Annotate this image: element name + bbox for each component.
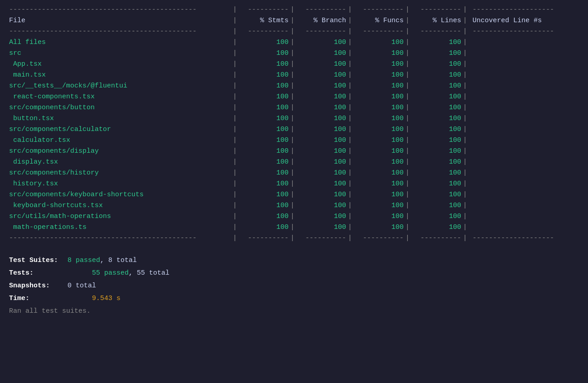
value-cell: 100 <box>354 124 404 135</box>
value-cell: 100 <box>296 81 346 92</box>
pipe-2-hdr: | <box>289 15 296 26</box>
snapshots-value: 0 total <box>67 281 96 291</box>
header-row: File | % Stmts | % Branch | % Funcs | % … <box>9 15 579 26</box>
ran-all-text: Ran all test suites. <box>9 306 579 317</box>
pipe-cell: | <box>289 222 296 233</box>
pipe-cell: | <box>231 70 239 81</box>
pipe-cell: | <box>346 146 354 157</box>
pipe-cell: | <box>404 70 411 81</box>
pipe-cell: | <box>289 113 296 124</box>
value-cell: 100 <box>411 211 461 222</box>
pipe-cell: | <box>404 92 411 102</box>
pipe-cell: | <box>404 81 411 92</box>
pipe-5-cell: | <box>461 48 469 59</box>
table-row: src/components/calculator|100|100|100|10… <box>9 124 579 135</box>
value-cell: 100 <box>354 135 404 146</box>
pipe-5-cell: | <box>461 179 469 189</box>
value-cell: 100 <box>239 37 289 48</box>
dash-uncov-top: -------------------- <box>469 5 559 15</box>
table-row: src|100|100|100|100| <box>9 48 579 59</box>
table-row: src/utils/math-operations|100|100|100|10… <box>9 211 579 222</box>
pipe-3-hdr: | <box>346 15 354 26</box>
value-cell: 100 <box>239 59 289 70</box>
tests-total: , 55 total <box>129 268 169 279</box>
value-cell: 100 <box>354 157 404 168</box>
pipe-cell: | <box>346 59 354 70</box>
value-cell: 100 <box>354 211 404 222</box>
pipe-cell: | <box>346 92 354 102</box>
summary-snapshots: Snapshots: 0 total <box>9 281 579 291</box>
table-row: src/components/button|100|100|100|100| <box>9 102 579 113</box>
value-cell: 100 <box>296 48 346 59</box>
data-rows-container: All files|100|100|100|100|src|100|100|10… <box>9 37 579 233</box>
header-lines: % Lines <box>411 15 461 26</box>
pipe-cell: | <box>231 146 239 157</box>
pipe-5-cell: | <box>461 200 469 211</box>
pipe-3-top: | <box>346 5 354 15</box>
table-row: main.tsx|100|100|100|100| <box>9 70 579 81</box>
value-cell: 100 <box>354 48 404 59</box>
pipe-cell: | <box>346 37 354 48</box>
value-cell: 100 <box>239 113 289 124</box>
value-cell: 100 <box>239 157 289 168</box>
tests-passed: 55 passed <box>92 268 129 279</box>
pipe-5-cell: | <box>461 189 469 200</box>
pipe-cell: | <box>231 81 239 92</box>
pipe-5-bot: | <box>461 233 469 244</box>
pipe-cell: | <box>289 189 296 200</box>
value-cell: 100 <box>354 200 404 211</box>
pipe-cell: | <box>289 146 296 157</box>
value-cell: 100 <box>354 113 404 124</box>
table-row: react-components.tsx|100|100|100|100| <box>9 92 579 102</box>
value-cell: 100 <box>411 92 461 102</box>
value-cell: 100 <box>411 70 461 81</box>
summary-time: Time: 9.543 s <box>9 293 579 304</box>
pipe-cell: | <box>404 168 411 179</box>
value-cell: 100 <box>296 200 346 211</box>
pipe-cell: | <box>231 211 239 222</box>
pipe-cell: | <box>289 48 296 59</box>
pipe-5-cell: | <box>461 146 469 157</box>
dash-funcs-sub: ---------- <box>354 26 404 37</box>
dash-stmts-sub: ---------- <box>239 26 289 37</box>
pipe-cell: | <box>346 124 354 135</box>
table-row: src/components/history|100|100|100|100| <box>9 168 579 179</box>
time-value: 9.543 s <box>92 293 120 304</box>
value-cell: 100 <box>296 211 346 222</box>
pipe-cell: | <box>231 222 239 233</box>
dash-lines-sub: ---------- <box>411 26 461 37</box>
pipe-5-cell: | <box>461 222 469 233</box>
value-cell: 100 <box>354 222 404 233</box>
pipe-cell: | <box>289 92 296 102</box>
pipe-cell: | <box>346 222 354 233</box>
pipe-cell: | <box>346 113 354 124</box>
pipe-5-cell: | <box>461 37 469 48</box>
file-name-cell: src/components/history <box>9 168 231 179</box>
header-file: File <box>9 15 231 26</box>
pipe-cell: | <box>289 135 296 146</box>
pipe-cell: | <box>289 124 296 135</box>
value-cell: 100 <box>411 124 461 135</box>
pipe-cell: | <box>346 189 354 200</box>
file-name-cell: keyboard-shortcuts.tsx <box>9 200 231 211</box>
pipe-5-top: | <box>461 5 469 15</box>
pipe-cell: | <box>346 70 354 81</box>
pipe-cell: | <box>231 200 239 211</box>
value-cell: 100 <box>411 189 461 200</box>
file-name-cell: src <box>9 48 231 59</box>
header-stmts: % Stmts <box>239 15 289 26</box>
value-cell: 100 <box>296 113 346 124</box>
value-cell: 100 <box>411 81 461 92</box>
tests-spacing <box>63 268 92 279</box>
pipe-cell: | <box>404 102 411 113</box>
pipe-cell: | <box>346 211 354 222</box>
pipe-cell: | <box>346 200 354 211</box>
test-suites-passed: 8 passed <box>67 255 100 266</box>
file-name-cell: react-components.tsx <box>9 92 231 102</box>
value-cell: 100 <box>411 48 461 59</box>
pipe-2-bot: | <box>289 233 296 244</box>
pipe-5-cell: | <box>461 157 469 168</box>
pipe-2-sub: | <box>289 26 296 37</box>
pipe-5-hdr: | <box>461 15 469 26</box>
file-name-cell: math-operations.ts <box>9 222 231 233</box>
